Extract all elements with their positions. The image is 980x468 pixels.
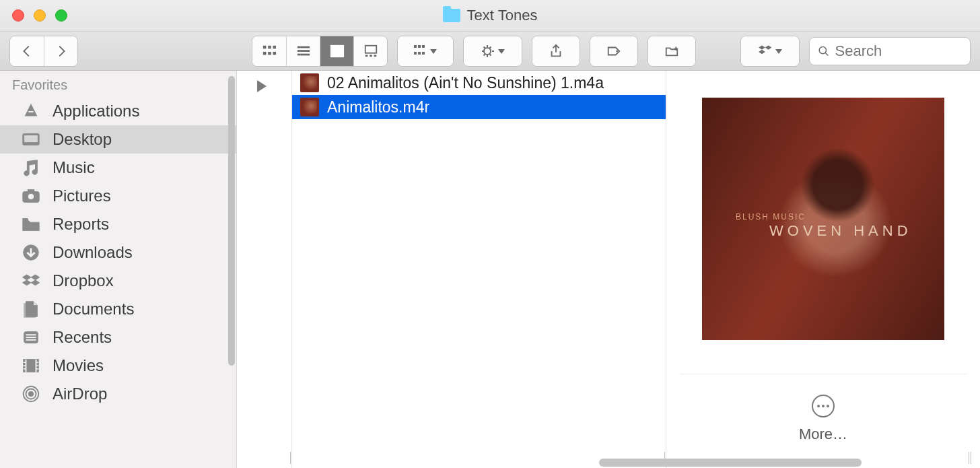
ellipsis-dot-icon bbox=[822, 405, 825, 407]
svg-rect-8 bbox=[297, 53, 309, 55]
share-icon bbox=[548, 44, 564, 59]
nav-buttons bbox=[9, 36, 78, 67]
svg-rect-9 bbox=[330, 45, 343, 57]
desktop-icon bbox=[20, 130, 42, 149]
action-button[interactable] bbox=[464, 36, 522, 66]
more-button[interactable] bbox=[812, 395, 835, 417]
ellipsis-dot-icon bbox=[827, 405, 829, 407]
preview-column: BLUSH MUSIC WOVEN HAND More… bbox=[666, 71, 980, 468]
sidebar-item-recents[interactable]: Recents bbox=[0, 323, 236, 352]
column-view-button[interactable] bbox=[320, 36, 353, 66]
window-controls bbox=[0, 9, 67, 22]
action-button-group bbox=[463, 36, 522, 67]
svg-rect-4 bbox=[268, 51, 271, 55]
svg-point-20 bbox=[484, 48, 491, 55]
window-title-text: Text Tones bbox=[467, 7, 538, 24]
sidebar-item-label: Desktop bbox=[53, 130, 112, 149]
window-titlebar: Text Tones bbox=[0, 0, 980, 32]
list-view-button[interactable] bbox=[286, 36, 320, 66]
sidebar-item-applications[interactable]: Applications bbox=[0, 97, 236, 125]
svg-point-26 bbox=[28, 193, 34, 199]
dropbox-button[interactable] bbox=[741, 36, 799, 66]
horizontal-scrollbar[interactable] bbox=[599, 459, 862, 467]
sidebar-item-documents[interactable]: Documents bbox=[0, 295, 236, 323]
group-by-button[interactable] bbox=[398, 36, 453, 66]
album-title: WOVEN HAND bbox=[769, 222, 912, 240]
preview-artwork: BLUSH MUSIC WOVEN HAND bbox=[702, 98, 944, 340]
airdrop-icon bbox=[20, 385, 42, 403]
file-name: 02 Animalitos (Ain't No Sunshine) 1.m4a bbox=[327, 74, 604, 92]
sidebar-scrollbar[interactable] bbox=[228, 76, 235, 366]
file-row[interactable]: Animalitos.m4r bbox=[292, 95, 666, 119]
window-title: Text Tones bbox=[0, 7, 980, 24]
svg-rect-13 bbox=[374, 55, 376, 57]
sidebar-item-label: Applications bbox=[53, 102, 139, 121]
ellipsis-dot-icon bbox=[817, 405, 820, 407]
svg-point-22 bbox=[819, 46, 826, 53]
svg-rect-2 bbox=[273, 45, 277, 48]
group-by-button-group bbox=[397, 36, 454, 67]
folder-icon bbox=[20, 215, 42, 234]
search-field[interactable] bbox=[809, 37, 971, 65]
zoom-window-button[interactable] bbox=[55, 9, 67, 22]
sidebar-item-label: Dropbox bbox=[53, 271, 114, 290]
grid-icon bbox=[261, 44, 277, 59]
svg-rect-19 bbox=[422, 52, 425, 55]
close-window-button[interactable] bbox=[12, 9, 24, 22]
svg-point-31 bbox=[28, 391, 34, 397]
sidebar-item-label: Recents bbox=[53, 328, 112, 347]
gallery-view-button[interactable] bbox=[353, 36, 387, 66]
file-row[interactable]: 02 Animalitos (Ain't No Sunshine) 1.m4a bbox=[292, 71, 666, 95]
svg-rect-14 bbox=[414, 45, 417, 48]
svg-rect-18 bbox=[418, 52, 421, 55]
sidebar-item-label: Music bbox=[53, 158, 95, 177]
svg-rect-16 bbox=[422, 45, 425, 48]
sidebar-item-label: Pictures bbox=[53, 187, 111, 205]
folder-icon bbox=[443, 9, 460, 22]
icon-view-button[interactable] bbox=[252, 36, 286, 66]
sidebar-item-music[interactable]: Music bbox=[0, 154, 236, 182]
svg-rect-7 bbox=[297, 50, 309, 52]
group-icon bbox=[414, 44, 437, 59]
dropbox-icon bbox=[758, 44, 782, 59]
disclosure-triangle-icon[interactable] bbox=[257, 80, 267, 92]
toolbar bbox=[0, 32, 980, 71]
sidebar-header: Favorites bbox=[0, 71, 236, 97]
sidebar-item-label: Downloads bbox=[53, 243, 133, 262]
minimize-window-button[interactable] bbox=[34, 9, 46, 22]
sidebar-item-label: AirDrop bbox=[53, 385, 107, 403]
svg-rect-15 bbox=[418, 45, 421, 48]
chevron-right-icon bbox=[53, 44, 69, 59]
share-button[interactable] bbox=[532, 36, 580, 66]
new-folder-button[interactable] bbox=[648, 36, 695, 66]
svg-rect-5 bbox=[273, 51, 277, 55]
view-mode-buttons bbox=[252, 36, 388, 67]
applications-icon bbox=[20, 102, 42, 121]
sidebar-item-desktop[interactable]: Desktop bbox=[0, 125, 236, 154]
sidebar-item-dropbox[interactable]: Dropbox bbox=[0, 267, 236, 295]
main-area: Favorites Applications Desktop Music Pic… bbox=[0, 71, 980, 468]
svg-rect-3 bbox=[263, 51, 267, 55]
sidebar-item-label: Reports bbox=[53, 215, 109, 234]
list-icon bbox=[295, 44, 312, 59]
sidebar-item-airdrop[interactable]: AirDrop bbox=[0, 380, 236, 408]
sidebar-item-downloads[interactable]: Downloads bbox=[0, 238, 236, 267]
downloads-icon bbox=[20, 243, 42, 262]
file-thumbnail-icon bbox=[300, 73, 319, 92]
recents-icon bbox=[20, 328, 42, 347]
gallery-icon bbox=[363, 44, 379, 59]
sidebar-item-reports[interactable]: Reports bbox=[0, 210, 236, 238]
column-resize-handle[interactable] bbox=[968, 452, 972, 464]
folder-plus-icon bbox=[664, 44, 680, 59]
sidebar-item-label: Movies bbox=[53, 356, 104, 375]
back-button[interactable] bbox=[10, 36, 44, 66]
sidebar-item-pictures[interactable]: Pictures bbox=[0, 182, 236, 210]
tags-button[interactable] bbox=[590, 36, 637, 66]
more-label: More… bbox=[799, 426, 847, 443]
sidebar-item-movies[interactable]: Movies bbox=[0, 352, 236, 380]
file-list-column: 02 Animalitos (Ain't No Sunshine) 1.m4a … bbox=[292, 71, 666, 468]
forward-button[interactable] bbox=[44, 36, 77, 66]
file-name: Animalitos.m4r bbox=[327, 98, 429, 116]
search-input[interactable] bbox=[835, 42, 962, 60]
sidebar: Favorites Applications Desktop Music Pic… bbox=[0, 71, 237, 468]
